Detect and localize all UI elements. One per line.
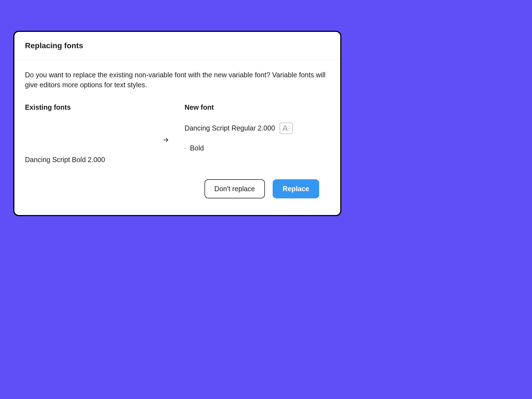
new-font-header: New font [185,103,330,111]
dialog-footer: Don't replace Replace [25,164,330,207]
new-font-name: Dancing Script Regular 2.000 [185,124,275,132]
dialog-header: Replacing fonts [14,32,340,59]
new-font-style-row: · Bold [185,144,330,152]
new-font-row: Dancing Script Regular 2.000 [185,122,330,134]
dialog-body: Do you want to replace the existing non-… [14,59,340,215]
arrow-right-icon [162,137,169,144]
existing-fonts-column: Existing fonts Dancing Script Bold 2.000 [25,103,162,164]
svg-point-2 [288,126,289,127]
svg-point-3 [288,128,289,129]
font-columns: Existing fonts Dancing Script Bold 2.000… [25,103,330,164]
new-font-column: New font Dancing Script Regular 2.000 [185,103,330,152]
bullet-icon: · [185,145,186,151]
new-font-style: Bold [190,144,204,152]
replace-button[interactable]: Replace [273,179,319,198]
dont-replace-button[interactable]: Don't replace [204,179,265,198]
existing-fonts-header: Existing fonts [25,103,162,111]
replace-fonts-dialog: Replacing fonts Do you want to replace t… [13,31,341,216]
dialog-title: Replacing fonts [25,41,330,50]
arrow-column [162,103,185,144]
variable-font-icon [280,122,293,134]
svg-point-4 [288,130,289,131]
existing-font-name: Dancing Script Bold 2.000 [25,122,162,164]
dialog-description: Do you want to replace the existing non-… [25,70,330,90]
